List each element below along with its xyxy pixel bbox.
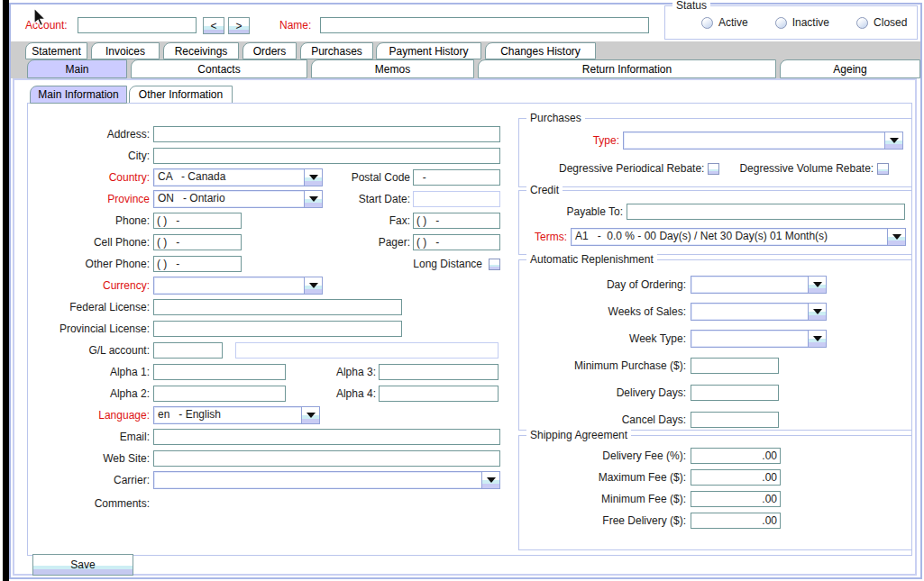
purchases-group: Purchases Type: Degressive Periodical Re… [518, 118, 912, 187]
long-distance-checkbox[interactable] [489, 259, 500, 270]
country-combobox[interactable]: CA - Canada [153, 168, 323, 186]
free-delivery-input[interactable] [691, 513, 781, 529]
next-account-button[interactable]: > [228, 17, 250, 34]
alpha3-input[interactable] [379, 364, 499, 380]
province-value: ON - Ontario [154, 191, 304, 207]
status-group-title: Status [672, 0, 710, 12]
provincial-license-row: Provincial License: [27, 320, 505, 338]
tab-statement[interactable]: Statement [25, 42, 87, 59]
delivery-days-input[interactable] [691, 385, 779, 401]
day-of-ordering-combobox[interactable] [691, 276, 827, 294]
provincial-license-input[interactable] [153, 321, 402, 337]
currency-combobox[interactable] [153, 277, 323, 295]
save-button[interactable]: Save [32, 554, 133, 576]
tab-payment-history[interactable]: Payment History [376, 42, 481, 59]
language-combobox[interactable]: en - English [153, 406, 320, 424]
phone-input[interactable] [153, 213, 242, 229]
postal-code-input[interactable] [413, 169, 500, 186]
tab-contacts[interactable]: Contacts [131, 59, 307, 78]
status-inactive-label: Inactive [792, 16, 829, 29]
gl-account-description-input[interactable] [235, 342, 499, 359]
tab-main-information[interactable]: Main Information [30, 86, 127, 104]
federal-license-row: Federal License: [27, 298, 505, 316]
gl-account-row: G/L account: [27, 341, 505, 359]
day-of-ordering-dropdown-arrow-icon[interactable] [808, 277, 826, 293]
status-inactive-radio[interactable] [775, 17, 787, 29]
start-date-input[interactable] [413, 191, 500, 207]
weeks-of-sales-dropdown-arrow-icon[interactable] [808, 304, 826, 320]
other-phone-row: Other Phone: Long Distance [27, 255, 505, 273]
minimum-fee-input[interactable] [691, 491, 781, 507]
tab-orders[interactable]: Orders [242, 42, 297, 59]
tab-other-information[interactable]: Other Information [129, 86, 233, 104]
language-dropdown-arrow-icon[interactable] [301, 407, 319, 423]
cancel-days-input[interactable] [691, 412, 779, 428]
name-input[interactable] [320, 17, 649, 33]
comments-label: Comments: [27, 497, 150, 510]
degressive-periodical-rebate-checkbox[interactable] [708, 163, 719, 175]
purchase-type-value [624, 132, 884, 149]
alpha1-input[interactable] [153, 364, 286, 380]
phone-label: Phone: [27, 214, 150, 227]
pager-input[interactable] [413, 234, 500, 250]
degressive-volume-rebate-label: Degressive Volume Rebate: [739, 162, 874, 175]
address-row: Address: [27, 125, 505, 143]
payable-to-label: Payable To: [519, 205, 623, 218]
address-input[interactable] [153, 126, 500, 142]
country-row: Country: CA - Canada Postal Code [27, 168, 505, 186]
other-phone-input[interactable] [153, 256, 242, 272]
tab-return-information[interactable]: Return Information [478, 59, 776, 78]
carrier-row: Carrier: [27, 471, 505, 489]
purchase-type-dropdown-arrow-icon[interactable] [884, 132, 902, 149]
weeks-of-sales-combobox[interactable] [691, 303, 827, 321]
week-type-label: Week Type: [519, 332, 686, 345]
credit-group: Credit Payable To: Terms: A1 - 0.0 % - 0… [518, 190, 912, 255]
shipping-agreement-title: Shipping Agreement [526, 429, 631, 441]
previous-account-button[interactable]: < [203, 17, 224, 34]
status-active-radio[interactable] [701, 17, 713, 29]
fax-input[interactable] [413, 213, 500, 229]
alpha1-label: Alpha 1: [27, 366, 150, 378]
province-combobox[interactable]: ON - Ontario [153, 190, 323, 208]
cell-phone-input[interactable] [153, 234, 242, 250]
terms-label: Terms: [519, 231, 567, 243]
pager-label: Pager: [316, 236, 410, 249]
web-site-input[interactable] [153, 450, 500, 467]
tab-receivings[interactable]: Receivings [163, 42, 239, 59]
delivery-fee-input[interactable] [691, 448, 781, 464]
city-input[interactable] [153, 148, 500, 164]
tab-changes-history[interactable]: Changes History [485, 42, 596, 59]
federal-license-input[interactable] [153, 299, 402, 315]
week-type-dropdown-arrow-icon[interactable] [808, 331, 826, 347]
minimum-purchase-input[interactable] [691, 358, 779, 374]
email-input[interactable] [153, 429, 500, 445]
automatic-replenishment-title: Automatic Replenishment [526, 253, 657, 266]
terms-combobox[interactable]: A1 - 0.0 % - 00 Day(s) / Net 30 Day(s) 0… [571, 228, 906, 246]
account-management-screen: Account: < > Name: Status Active Inactiv… [0, 0, 924, 581]
gl-account-label: G/L account: [27, 344, 150, 357]
carrier-dropdown-arrow-icon[interactable] [481, 472, 499, 488]
status-closed-radio[interactable] [856, 17, 868, 29]
tab-memos[interactable]: Memos [311, 59, 474, 78]
address-label: Address: [27, 128, 150, 141]
fax-label: Fax: [316, 214, 410, 227]
degressive-volume-rebate-checkbox[interactable] [877, 163, 889, 175]
cancel-days-label: Cancel Days: [519, 413, 686, 426]
alpha1-row: Alpha 1: Alpha 3: [27, 363, 505, 381]
maximum-fee-input[interactable] [691, 469, 781, 486]
alpha4-input[interactable] [379, 386, 499, 402]
city-row: City: [27, 147, 505, 165]
week-type-combobox[interactable] [691, 330, 827, 348]
tab-main[interactable]: Main [27, 59, 127, 78]
tab-ageing[interactable]: Ageing [780, 59, 920, 78]
gl-account-input[interactable] [153, 342, 223, 359]
purchase-type-combobox[interactable] [623, 132, 903, 150]
tab-invoices[interactable]: Invoices [91, 42, 160, 59]
terms-dropdown-arrow-icon[interactable] [887, 229, 905, 245]
account-input[interactable] [78, 17, 197, 33]
carrier-combobox[interactable] [153, 471, 500, 489]
currency-dropdown-arrow-icon[interactable] [304, 277, 322, 294]
alpha2-input[interactable] [153, 386, 286, 402]
tab-purchases[interactable]: Purchases [300, 42, 373, 59]
payable-to-input[interactable] [627, 204, 905, 220]
